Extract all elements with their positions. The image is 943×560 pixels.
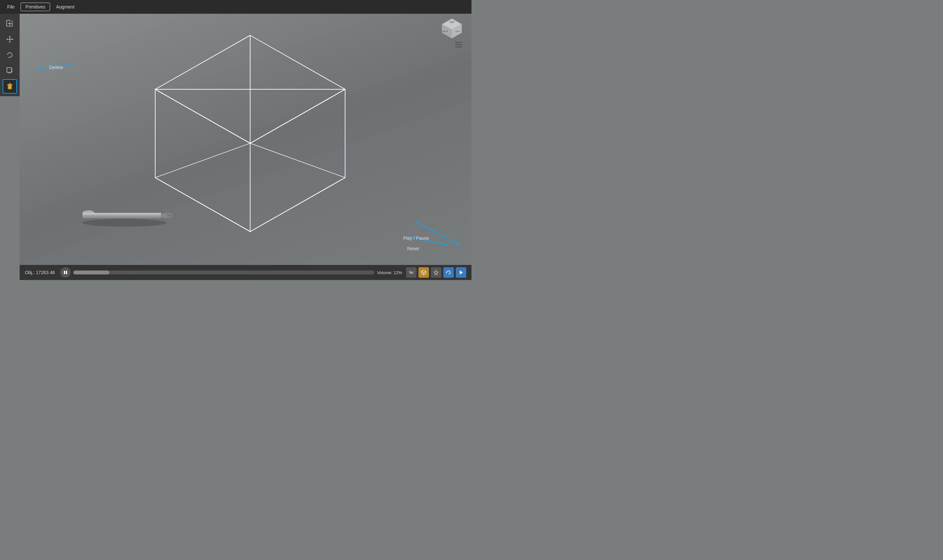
svg-point-43	[457, 244, 459, 246]
svg-text:BACK: BACK	[443, 31, 448, 32]
timeline-fill	[73, 271, 110, 274]
svg-line-34	[250, 178, 345, 232]
bottom-icons: %/	[406, 267, 466, 278]
viewport[interactable]: Delete Play / Pause Reset	[20, 14, 471, 280]
svg-rect-53	[66, 271, 67, 274]
svg-marker-8	[9, 35, 11, 37]
svg-marker-60	[434, 270, 438, 275]
nav-cube[interactable]: TOP BACK LEFT	[439, 17, 465, 45]
svg-line-31	[155, 143, 250, 178]
play-pause-tooltip-label: Play / Pause	[403, 235, 429, 241]
tool-rotate[interactable]	[3, 48, 17, 62]
svg-point-39	[82, 219, 167, 227]
svg-marker-9	[9, 42, 11, 43]
menu-bar: File Primitives Augment	[0, 0, 471, 14]
playback-bar: Volume: 12%	[60, 267, 402, 278]
menu-file[interactable]: File	[3, 3, 19, 11]
tool-add-object[interactable]	[3, 16, 17, 31]
svg-rect-36	[82, 213, 161, 218]
hamburger-menu[interactable]	[455, 42, 462, 48]
tool-scale[interactable]	[3, 63, 17, 78]
svg-line-32	[250, 143, 345, 178]
percent-icon-btn[interactable]: %/	[406, 267, 417, 278]
left-toolbar	[0, 14, 20, 96]
tool-move[interactable]	[3, 32, 17, 46]
svg-marker-11	[12, 38, 14, 40]
bottom-bar: Obj.: 17263.46 Volume: 12% %/	[20, 265, 471, 280]
svg-point-45	[446, 244, 448, 246]
timeline-track[interactable]	[73, 271, 375, 274]
svg-line-58	[421, 274, 424, 275]
stylus	[69, 206, 174, 259]
nav-cube-svg: TOP BACK LEFT	[439, 17, 465, 43]
svg-line-59	[424, 274, 426, 275]
cube-icon-btn[interactable]	[418, 267, 429, 278]
light-icon-btn[interactable]	[431, 267, 441, 278]
svg-text:LEFT: LEFT	[455, 31, 460, 32]
svg-line-30	[250, 89, 345, 143]
play-icon-btn[interactable]	[456, 267, 466, 278]
svg-marker-12	[9, 57, 10, 58]
svg-rect-52	[64, 271, 65, 274]
svg-marker-10	[6, 38, 8, 40]
reset-tooltip-label: Reset	[407, 246, 419, 251]
delete-tooltip-label: Delete	[49, 65, 63, 70]
svg-line-42	[416, 222, 458, 245]
menu-augment[interactable]: Augment	[51, 3, 79, 11]
playback-annotation-arrows	[393, 218, 465, 264]
svg-marker-62	[460, 271, 463, 274]
obj-value-label: Obj.: 17263.46	[25, 270, 55, 275]
svg-rect-13	[7, 68, 11, 72]
reset-icon-btn[interactable]	[443, 267, 454, 278]
menu-primitives[interactable]: Primitives	[21, 3, 51, 11]
svg-marker-54	[421, 270, 426, 273]
pause-button[interactable]	[60, 267, 71, 278]
tool-delete[interactable]	[3, 79, 17, 94]
svg-text:TOP: TOP	[449, 21, 454, 23]
svg-line-29	[155, 89, 250, 143]
svg-rect-20	[9, 83, 11, 85]
volume-label: Volume: 12%	[377, 270, 402, 275]
svg-point-41	[38, 68, 39, 70]
